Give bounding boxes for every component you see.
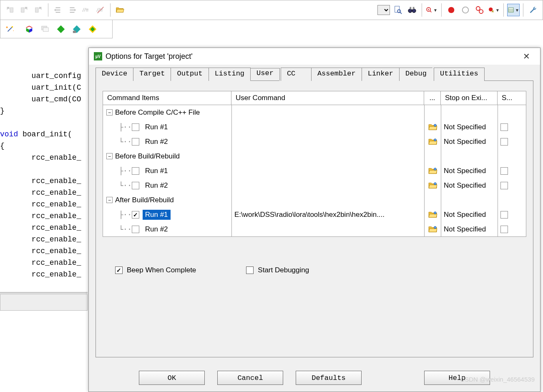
- stop-on-exit-cell[interactable]: Not Specified: [441, 178, 498, 193]
- s-checkbox[interactable]: [498, 178, 513, 193]
- tree-run-row[interactable]: ├··Run #1E:\work\DSS\radio\lora\tools\he…: [103, 207, 526, 222]
- col-command-items[interactable]: Command Items: [103, 91, 231, 105]
- user-command-cell[interactable]: [231, 163, 424, 178]
- browse-button[interactable]: [424, 207, 441, 222]
- col-s[interactable]: S...: [498, 91, 513, 105]
- run-label: Run #2: [143, 137, 171, 147]
- user-command-cell[interactable]: [231, 178, 424, 193]
- run-checkbox[interactable]: [132, 226, 139, 233]
- tab-cc[interactable]: CC: [281, 68, 312, 81]
- s-checkbox[interactable]: [498, 207, 513, 222]
- tree-run-row[interactable]: ├··Run #1Not Specified: [103, 120, 526, 134]
- watermark: CSDN @weixin_46564539: [460, 376, 535, 383]
- user-panel: Command Items User Command ... Stop on E…: [96, 80, 533, 357]
- tab-listing[interactable]: Listing: [209, 68, 251, 81]
- stacks-icon[interactable]: [39, 23, 51, 35]
- col-browse[interactable]: ...: [424, 91, 441, 105]
- run-checkbox[interactable]: [132, 167, 139, 175]
- browse-button[interactable]: [424, 163, 441, 178]
- s-checkbox[interactable]: [498, 163, 513, 178]
- tab-user[interactable]: User: [250, 68, 280, 80]
- tree-run-row[interactable]: └··Run #2Not Specified: [103, 134, 526, 149]
- svg-point-18: [476, 7, 480, 10]
- run-label: Run #1: [143, 210, 171, 220]
- run-checkbox[interactable]: [132, 211, 139, 219]
- tree-group[interactable]: −Before Build/Rebuild: [103, 149, 526, 163]
- tree-expander-icon[interactable]: −: [106, 153, 113, 159]
- search-doc-icon[interactable]: [392, 4, 404, 16]
- window-list-icon[interactable]: ▼: [507, 4, 520, 16]
- diamond-teal-icon[interactable]: [70, 23, 83, 35]
- breakpoint-disable-icon[interactable]: [473, 4, 486, 16]
- s-checkbox[interactable]: [498, 120, 513, 134]
- run-checkbox[interactable]: [132, 123, 139, 131]
- indent-left-icon[interactable]: [52, 4, 64, 16]
- diamond-multi-icon[interactable]: [86, 23, 99, 35]
- s-checkbox[interactable]: [498, 134, 513, 149]
- stop-on-exit-cell[interactable]: Not Specified: [441, 163, 498, 178]
- binoculars-icon[interactable]: [406, 4, 418, 16]
- svg-point-19: [479, 10, 483, 13]
- uncomment-icon[interactable]: //≡: [94, 4, 107, 16]
- magic-wand-icon[interactable]: [4, 23, 16, 35]
- close-icon[interactable]: ✕: [518, 50, 535, 63]
- folder-open-icon[interactable]: [114, 4, 126, 16]
- svg-point-35: [434, 226, 436, 228]
- tab-target[interactable]: Target: [133, 68, 171, 81]
- s-checkbox[interactable]: [498, 222, 513, 236]
- col-stop[interactable]: Stop on Exi...: [441, 91, 498, 105]
- stop-on-exit-cell[interactable]: Not Specified: [441, 120, 498, 134]
- tree-run-row[interactable]: └··Run #2Not Specified: [103, 222, 526, 236]
- stop-on-exit-cell[interactable]: Not Specified: [441, 207, 498, 222]
- start-debugging-checkbox[interactable]: Start Debugging: [246, 266, 309, 274]
- defaults-button[interactable]: Defaults: [296, 371, 362, 385]
- tab-output[interactable]: Output: [171, 68, 209, 81]
- tree-expander-icon[interactable]: −: [106, 109, 113, 116]
- browse-button[interactable]: [424, 178, 441, 193]
- tree-run-row[interactable]: ├··Run #1Not Specified: [103, 163, 526, 178]
- code-editor[interactable]: uart_config uart_init(C uart_cmd(CO } vo…: [0, 58, 88, 304]
- beep-checkbox[interactable]: Beep When Complete: [115, 266, 196, 274]
- tab-linker[interactable]: Linker: [362, 68, 400, 81]
- browse-button[interactable]: [424, 134, 441, 149]
- svg-line-25: [8, 27, 13, 31]
- indent-right-icon[interactable]: [66, 4, 78, 16]
- stop-on-exit-cell[interactable]: Not Specified: [441, 134, 498, 149]
- ok-button[interactable]: OK: [139, 371, 205, 385]
- splitter[interactable]: [0, 292, 88, 294]
- cancel-button[interactable]: Cancel: [217, 371, 283, 385]
- run-label: Run #2: [143, 224, 171, 234]
- user-command-cell[interactable]: [231, 120, 424, 134]
- browse-button[interactable]: [424, 222, 441, 236]
- user-command-cell[interactable]: E:\work\DSS\radio\lora\tools\hex2bin\hex…: [231, 207, 424, 222]
- nav-back-icon[interactable]: [4, 4, 16, 16]
- run-checkbox[interactable]: [132, 182, 139, 189]
- svg-rect-6: [395, 6, 400, 13]
- tree-expander-icon[interactable]: −: [106, 197, 113, 203]
- nav-up-icon[interactable]: [32, 4, 45, 16]
- nav-fwd-icon[interactable]: [18, 4, 30, 16]
- tree-group[interactable]: −Before Compile C/C++ File: [103, 105, 526, 120]
- svg-point-32: [434, 168, 436, 170]
- cube-icon[interactable]: [23, 23, 35, 35]
- stop-on-exit-cell[interactable]: Not Specified: [441, 222, 498, 236]
- find-marker-icon[interactable]: a▼: [425, 4, 438, 16]
- tree-run-row[interactable]: └··Run #2Not Specified: [103, 178, 526, 193]
- diamond-green-icon[interactable]: [55, 23, 67, 35]
- wrench-icon[interactable]: [527, 4, 539, 16]
- breakpoint-kill-icon[interactable]: ▼: [488, 4, 500, 16]
- comment-icon[interactable]: //≡: [80, 4, 93, 16]
- toolbar-dropdown[interactable]: [377, 5, 390, 15]
- col-user-command[interactable]: User Command: [231, 91, 424, 105]
- breakpoint-grey-icon[interactable]: [459, 4, 472, 16]
- user-command-cell[interactable]: [231, 222, 424, 236]
- breakpoint-red-icon[interactable]: [445, 4, 458, 16]
- user-command-cell[interactable]: [231, 134, 424, 149]
- tab-utilities[interactable]: Utilities: [434, 68, 485, 81]
- browse-button[interactable]: [424, 120, 441, 134]
- tab-debug[interactable]: Debug: [399, 68, 433, 81]
- tab-device[interactable]: Device: [96, 68, 133, 81]
- tab-assembler[interactable]: Assembler: [311, 68, 362, 81]
- tree-group[interactable]: −After Build/Rebuild: [103, 193, 526, 207]
- run-checkbox[interactable]: [132, 138, 139, 146]
